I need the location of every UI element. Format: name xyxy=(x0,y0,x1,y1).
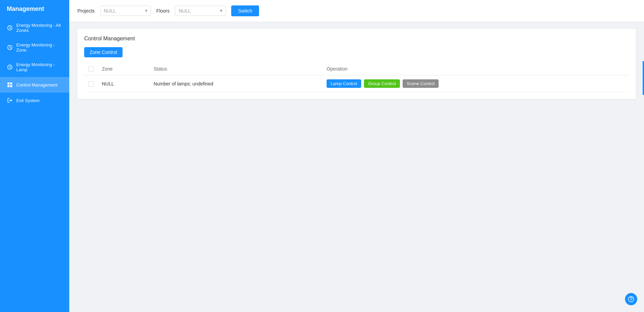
col-checkbox xyxy=(84,63,98,75)
sidebar-item-label: Control Management xyxy=(16,82,57,87)
col-status: Status xyxy=(149,63,323,75)
floors-select[interactable]: NULL xyxy=(175,6,226,16)
sidebar-item-control-management[interactable]: Control Management xyxy=(0,77,69,93)
projects-label: Projects xyxy=(77,8,95,14)
col-zone: Zone xyxy=(98,63,149,75)
support-icon[interactable] xyxy=(625,293,637,305)
sidebar-item-energy-all-zones[interactable]: Energy Monitoring - All Zones xyxy=(0,18,69,38)
card-title: Control Management xyxy=(84,36,629,42)
svg-point-8 xyxy=(631,300,631,301)
sidebar: Management Energy Monitoring - All Zones… xyxy=(0,0,69,312)
scroll-indicator xyxy=(643,61,644,95)
sidebar-item-label: Energy Monitoring - Lamp xyxy=(16,62,62,72)
floors-select-wrapper: NULL ▼ xyxy=(175,6,226,16)
clock-icon xyxy=(7,25,13,31)
main-content: Projects NULL ▼ Floors NULL ▼ Switch Con… xyxy=(69,0,644,312)
projects-select[interactable]: NULL xyxy=(100,6,151,16)
table-header-row: Zone Status Operation xyxy=(84,63,629,75)
svg-rect-6 xyxy=(10,85,12,87)
lamp-control-button[interactable]: Lamp Control xyxy=(327,79,361,88)
clock-icon-2 xyxy=(7,44,13,51)
sidebar-item-energy-zone[interactable]: Energy Monitoring - Zone xyxy=(0,38,69,57)
row-checkbox[interactable] xyxy=(88,81,94,86)
clock-icon-3 xyxy=(7,64,13,70)
floors-label: Floors xyxy=(157,8,170,14)
row-zone: NULL xyxy=(98,75,149,92)
grid-icon xyxy=(7,82,13,88)
sidebar-item-label: Energy Monitoring - Zone xyxy=(16,42,62,53)
sidebar-title: Management xyxy=(0,0,69,18)
col-operation: Operation xyxy=(323,63,629,75)
switch-button[interactable]: Switch xyxy=(231,5,259,16)
control-management-card: Control Management Zone Control Zone Sta… xyxy=(77,29,636,99)
operation-buttons: Lamp Control Group Control Scene Control xyxy=(327,79,625,88)
sidebar-item-label: Exit System xyxy=(16,98,40,103)
sidebar-item-exit-system[interactable]: Exit System xyxy=(0,93,69,108)
projects-select-wrapper: NULL ▼ xyxy=(100,6,151,16)
sidebar-item-energy-lamp[interactable]: Energy Monitoring - Lamp xyxy=(0,57,69,77)
content-area: Control Management Zone Control Zone Sta… xyxy=(69,22,644,312)
exit-icon xyxy=(7,97,13,103)
table-row: NULL Number of lamps: undefined Lamp Con… xyxy=(84,75,629,92)
sidebar-item-label: Energy Monitoring - All Zones xyxy=(16,23,62,33)
header-checkbox[interactable] xyxy=(88,66,94,72)
group-control-button[interactable]: Group Control xyxy=(364,79,400,88)
row-status: Number of lamps: undefined xyxy=(149,75,323,92)
zone-control-button[interactable]: Zone Control xyxy=(84,47,123,57)
row-checkbox-cell xyxy=(84,75,98,92)
svg-rect-5 xyxy=(7,85,10,87)
scene-control-button[interactable]: Scene Control xyxy=(403,79,439,88)
svg-rect-3 xyxy=(7,82,10,84)
svg-rect-4 xyxy=(10,82,12,84)
top-bar: Projects NULL ▼ Floors NULL ▼ Switch xyxy=(69,0,644,22)
row-operations: Lamp Control Group Control Scene Control xyxy=(323,75,629,92)
zones-table: Zone Status Operation NULL Number of la xyxy=(84,63,629,92)
